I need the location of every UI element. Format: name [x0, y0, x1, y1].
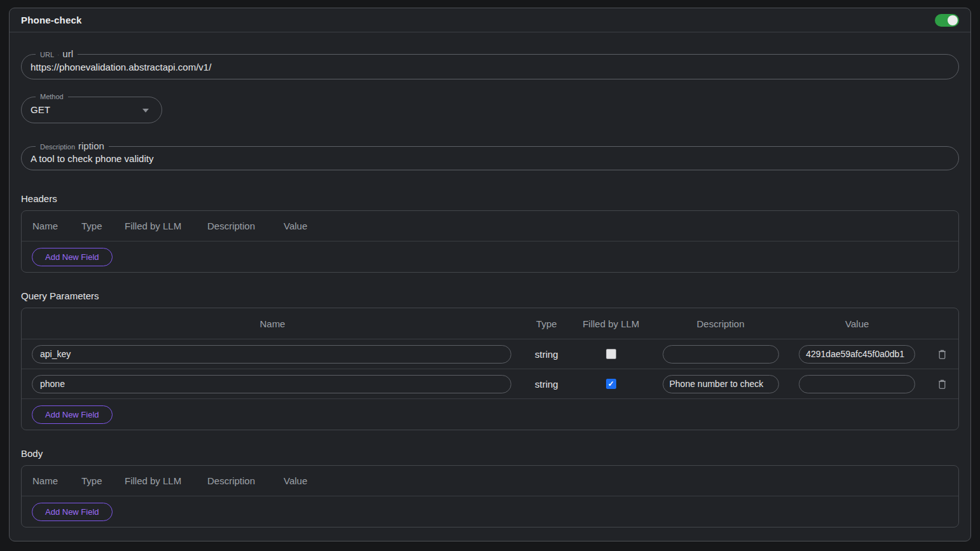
- column-header-type: Type: [81, 475, 125, 486]
- query-parameters-add-row: Add New Field: [22, 399, 958, 430]
- url-label-overlay: url: [62, 48, 73, 60]
- page-title: Phone-check: [21, 15, 82, 25]
- headers-table-head: Name Type Filled by LLM Description Valu…: [22, 211, 958, 241]
- description-label-small: Description: [40, 141, 75, 153]
- column-header-description: Description: [207, 221, 284, 231]
- body-section-title: Body: [21, 448, 959, 459]
- query-parameters-table: Name Type Filled by LLM Description Valu…: [21, 308, 959, 430]
- card-body: URL·url Method GET Descriptionription He…: [10, 32, 970, 541]
- column-header-description: Description: [652, 318, 789, 329]
- query-parameters-table-head: Name Type Filled by LLM Description Valu…: [22, 308, 958, 339]
- headers-section-title: Headers: [21, 193, 959, 204]
- param-row-phone: string: [22, 369, 958, 399]
- description-input[interactable]: [22, 147, 958, 170]
- column-header-filled-by-llm: Filled by LLM: [125, 221, 207, 231]
- query-parameters-section-title: Query Parameters: [21, 290, 959, 301]
- column-header-filled-by-llm: Filled by LLM: [125, 475, 207, 486]
- param-value-input[interactable]: [799, 375, 915, 393]
- trash-icon: [937, 349, 947, 360]
- column-header-name: Name: [32, 475, 81, 486]
- column-header-type: Type: [523, 318, 570, 329]
- body-add-new-field-button[interactable]: Add New Field: [32, 503, 113, 521]
- param-row-api-key: string: [22, 339, 958, 369]
- headers-add-new-field-button[interactable]: Add New Field: [32, 248, 113, 266]
- card-header: Phone-check: [10, 8, 970, 32]
- body-table: Name Type Filled by LLM Description Valu…: [21, 465, 959, 527]
- column-header-name: Name: [32, 221, 81, 231]
- method-field-label: Method: [36, 91, 68, 102]
- enabled-toggle[interactable]: [935, 14, 959, 27]
- url-label-small: URL: [40, 49, 54, 60]
- param-description-input[interactable]: [663, 345, 779, 364]
- column-header-filled-by-llm: Filled by LLM: [570, 318, 652, 329]
- param-name-input[interactable]: [32, 345, 511, 364]
- description-field: Descriptionription: [21, 146, 959, 170]
- description-field-label: Descriptionription: [36, 140, 109, 153]
- description-label-overlay: ription: [78, 140, 104, 152]
- column-header-value: Value: [789, 318, 925, 329]
- url-input[interactable]: [22, 55, 958, 79]
- phone-check-card: Phone-check URL·url Method GET Descripti…: [9, 8, 971, 541]
- delete-row-button[interactable]: [937, 349, 947, 360]
- chevron-down-icon: [142, 109, 149, 112]
- method-label: Method: [40, 91, 64, 102]
- method-field[interactable]: Method GET: [21, 97, 162, 123]
- param-type-value: string: [523, 379, 570, 390]
- param-value-input[interactable]: [799, 345, 915, 364]
- param-name-input[interactable]: [32, 375, 511, 393]
- filled-by-llm-checkbox[interactable]: [606, 379, 616, 389]
- url-field: URL·url: [21, 54, 959, 79]
- param-description-input[interactable]: [663, 375, 779, 393]
- body-table-head: Name Type Filled by LLM Description Valu…: [22, 466, 958, 496]
- toggle-knob: [948, 15, 958, 25]
- column-header-name: Name: [22, 318, 523, 329]
- trash-icon: [937, 379, 947, 390]
- url-field-label: URL·url: [36, 48, 78, 61]
- query-parameters-add-new-field-button[interactable]: Add New Field: [32, 405, 113, 424]
- column-header-value: Value: [284, 221, 307, 231]
- url-label-dot: ·: [57, 50, 59, 61]
- delete-row-button[interactable]: [937, 379, 947, 390]
- headers-table: Name Type Filled by LLM Description Valu…: [21, 210, 959, 273]
- headers-add-row: Add New Field: [22, 241, 958, 272]
- param-type-value: string: [523, 349, 570, 360]
- column-header-type: Type: [81, 221, 125, 231]
- filled-by-llm-checkbox[interactable]: [606, 349, 616, 359]
- column-header-value: Value: [284, 475, 307, 486]
- body-add-row: Add New Field: [22, 496, 958, 527]
- column-header-description: Description: [207, 475, 284, 486]
